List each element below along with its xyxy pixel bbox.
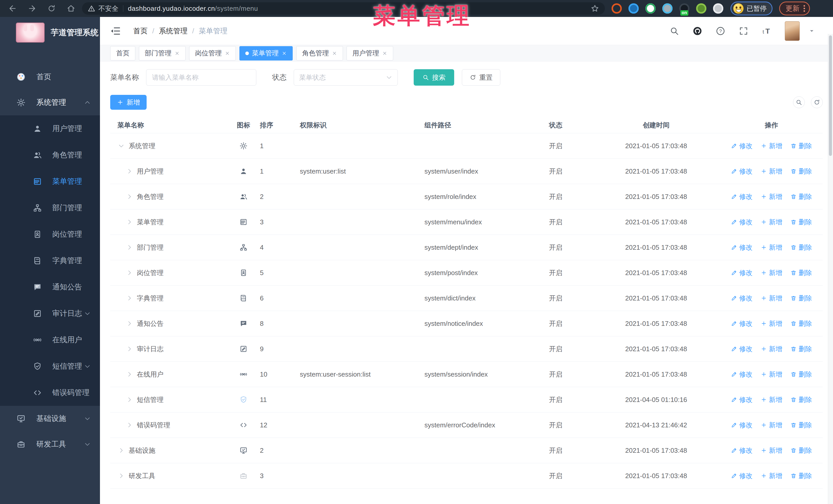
status-select[interactable]: 菜单状态 [294,69,398,86]
chevron-right-icon[interactable] [126,295,133,302]
fullscreen-icon[interactable] [739,26,748,36]
sidebar-item-审计日志[interactable]: 审计日志 [0,300,100,327]
ext-green-droid-icon[interactable] [696,3,706,14]
sidebar-item-系统管理[interactable]: 系统管理 [0,90,100,115]
add-action[interactable]: 新增 [761,446,782,455]
breadcrumb-item[interactable]: 首页 [133,26,148,36]
edit-action[interactable]: 修改 [731,344,753,354]
edit-action[interactable]: 修改 [731,472,753,480]
reset-button[interactable]: 重置 [462,69,500,86]
sidebar-item-字典管理[interactable]: 字典管理 [0,247,100,274]
page-scrollbar[interactable] [828,34,833,504]
sidebar-item-角色管理[interactable]: 角色管理 [0,142,100,168]
search-button[interactable]: 搜索 [414,69,454,86]
add-action[interactable]: 新增 [761,344,782,354]
add-action[interactable]: 新增 [761,268,782,278]
delete-action[interactable]: 删除 [790,294,812,303]
ext-blue-blocks-icon[interactable] [662,3,672,14]
tab-首页[interactable]: 首页 [110,46,135,61]
back-icon[interactable] [7,3,19,14]
sidebar-item-用户管理[interactable]: 用户管理 [0,115,100,142]
delete-action[interactable]: 删除 [790,446,812,455]
edit-action[interactable]: 修改 [731,370,753,379]
edit-action[interactable]: 修改 [731,218,753,226]
delete-action[interactable]: 删除 [790,472,812,480]
sidebar-item-菜单管理[interactable]: 菜单管理 [0,168,100,195]
sidebar-item-基础设施[interactable]: 基础设施 [0,406,100,431]
add-action[interactable]: 新增 [761,167,782,176]
sidebar-collapse-icon[interactable] [110,26,121,36]
edit-action[interactable]: 修改 [731,319,753,328]
chevron-right-icon[interactable] [126,219,133,225]
edit-action[interactable]: 修改 [731,421,753,430]
sidebar-item-错误码管理[interactable]: 错误码管理 [0,379,100,406]
bookmark-star-icon[interactable] [591,4,599,13]
edit-action[interactable]: 修改 [731,243,753,252]
toggle-search-button[interactable] [793,96,805,108]
add-action[interactable]: 新增 [761,142,782,150]
delete-action[interactable]: 删除 [790,370,812,379]
refresh-table-button[interactable] [811,96,823,108]
ext-orange-ring-icon[interactable] [612,3,622,14]
edit-action[interactable]: 修改 [731,446,753,455]
tab-用户管理[interactable]: 用户管理 [347,46,393,61]
add-action[interactable]: 新增 [761,421,782,430]
sidebar-item-在线用户[interactable]: 在线用户 [0,327,100,353]
delete-action[interactable]: 删除 [790,395,812,404]
chevron-right-icon[interactable] [126,193,133,200]
breadcrumb-item[interactable]: 系统管理 [159,26,188,36]
scrollbar-thumb[interactable] [829,35,832,156]
delete-action[interactable]: 删除 [790,142,812,150]
edit-action[interactable]: 修改 [731,192,753,201]
close-icon[interactable] [225,51,230,56]
sidebar-item-首页[interactable]: 首页 [0,64,100,90]
add-action[interactable]: 新增 [761,243,782,252]
chevron-right-icon[interactable] [126,396,133,403]
update-button[interactable]: 更新 [779,2,810,16]
ext-blue-gem-icon[interactable] [628,3,639,14]
chevron-right-icon[interactable] [118,473,124,479]
edit-action[interactable]: 修改 [731,142,753,150]
chevron-right-icon[interactable] [126,371,133,378]
add-action[interactable]: 新增 [761,319,782,328]
delete-action[interactable]: 删除 [790,319,812,328]
chevron-right-icon[interactable] [126,422,133,428]
edit-action[interactable]: 修改 [731,167,753,176]
add-button[interactable]: 新增 [110,95,147,110]
delete-action[interactable]: 删除 [790,421,812,430]
close-icon[interactable] [174,51,180,56]
sidebar-item-部门管理[interactable]: 部门管理 [0,195,100,221]
home-icon[interactable] [65,3,77,14]
tab-部门管理[interactable]: 部门管理 [139,46,186,61]
browser-menu-icon[interactable] [804,5,805,12]
github-icon[interactable] [693,26,702,36]
close-icon[interactable] [332,51,337,56]
close-icon[interactable] [382,51,387,56]
reload-icon[interactable] [46,3,57,14]
menu-name-input[interactable] [146,69,256,86]
delete-action[interactable]: 删除 [790,243,812,252]
delete-action[interactable]: 删除 [790,268,812,278]
add-action[interactable]: 新增 [761,472,782,480]
address-bar[interactable]: 不安全 dashboard.yudao.iocoder.cn/system/me… [82,2,605,15]
delete-action[interactable]: 删除 [790,344,812,354]
sidebar-item-岗位管理[interactable]: 岗位管理 [0,221,100,247]
chevron-right-icon[interactable] [126,269,133,276]
user-menu-caret-icon[interactable] [808,28,815,34]
chevron-right-icon[interactable] [126,345,133,352]
delete-action[interactable]: 删除 [790,192,812,201]
font-size-icon[interactable] [762,26,771,36]
add-action[interactable]: 新增 [761,218,782,226]
ext-puzzle-icon[interactable] [713,3,723,14]
search-icon[interactable] [669,26,679,36]
help-icon[interactable] [716,26,725,36]
chevron-right-icon[interactable] [126,168,133,174]
add-action[interactable]: 新增 [761,370,782,379]
chevron-right-icon[interactable] [126,244,133,251]
tab-角色管理[interactable]: 角色管理 [296,46,343,61]
edit-action[interactable]: 修改 [731,395,753,404]
edit-action[interactable]: 修改 [731,268,753,278]
sidebar-logo[interactable]: 芋道管理系统 [0,17,100,48]
tab-岗位管理[interactable]: 岗位管理 [189,46,236,61]
edit-action[interactable]: 修改 [731,294,753,303]
